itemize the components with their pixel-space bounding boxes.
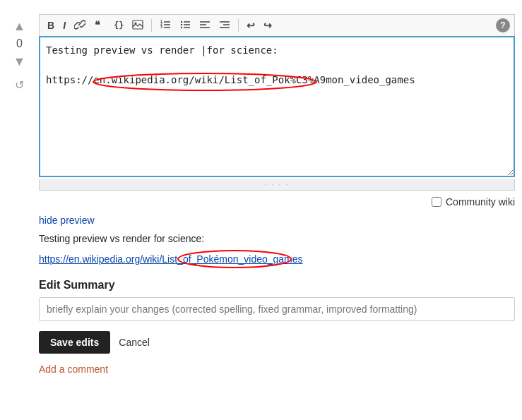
align-left-icon — [199, 20, 210, 30]
italic-button[interactable]: I — [59, 18, 69, 32]
save-edits-button[interactable]: Save edits — [39, 331, 110, 354]
vote-count: 0 — [16, 37, 23, 50]
quote-icon: ❝ — [94, 20, 105, 30]
align-right-button[interactable] — [215, 18, 234, 33]
preview-url-wrapper: https://en.wikipedia.org/wiki/List_of_Po… — [39, 251, 303, 265]
editor-toolbar: B I ❝ {} — [39, 14, 515, 36]
help-button[interactable]: ? — [496, 18, 510, 32]
link-icon — [74, 20, 85, 30]
resize-handle[interactable]: · · · · — [39, 179, 515, 191]
history-icon[interactable]: ↺ — [15, 78, 24, 92]
svg-point-14 — [181, 24, 182, 25]
editor-textarea[interactable]: Testing preview vs render |for science: … — [39, 36, 515, 177]
upvote-button[interactable]: ▲ — [10, 18, 30, 35]
actions-row: Save edits Cancel — [39, 331, 515, 354]
add-comment-link[interactable]: Add a comment — [39, 364, 515, 375]
unordered-list-button[interactable] — [176, 18, 194, 33]
link-button[interactable] — [71, 18, 89, 33]
downvote-button[interactable]: ▼ — [10, 53, 30, 70]
main-container: ▲ 0 ▼ ↺ B I ❝ — [0, 7, 522, 382]
preview-text: Testing preview vs render for science: — [39, 232, 515, 246]
align-right-icon — [219, 20, 230, 30]
edit-summary-title: Edit Summary — [39, 279, 515, 292]
editor-wrapper: Testing preview vs render |for science: … — [39, 36, 515, 179]
hide-preview-link[interactable]: hide preview — [39, 215, 515, 226]
preview-link[interactable]: https://en.wikipedia.org/wiki/List_of_Po… — [39, 253, 303, 265]
svg-text:❝: ❝ — [95, 20, 100, 30]
editor-section: B I ❝ {} — [39, 14, 522, 375]
svg-point-13 — [181, 21, 182, 23]
undo-button[interactable]: ↩ — [243, 18, 259, 32]
bold-button[interactable]: B — [44, 18, 58, 32]
edit-summary-input[interactable] — [39, 297, 515, 321]
vote-column: ▲ 0 ▼ ↺ — [0, 14, 39, 375]
community-wiki-checkbox[interactable] — [432, 197, 441, 207]
ol-icon: 1. 2. 3. — [160, 20, 171, 30]
code-button[interactable]: {} — [110, 19, 127, 32]
edit-summary-section: Edit Summary — [39, 279, 515, 321]
ul-icon — [179, 20, 191, 30]
community-wiki-row: Community wiki — [39, 196, 515, 208]
svg-rect-2 — [133, 20, 143, 29]
image-icon — [132, 20, 143, 30]
svg-point-15 — [181, 27, 182, 28]
separator-2 — [238, 19, 239, 32]
quote-button[interactable]: ❝ — [90, 18, 109, 33]
cancel-button[interactable]: Cancel — [119, 337, 150, 348]
image-button[interactable] — [129, 18, 147, 33]
svg-text:3.: 3. — [160, 25, 164, 29]
align-left-button[interactable] — [196, 18, 214, 33]
redo-button[interactable]: ↪ — [260, 18, 275, 32]
community-wiki-label[interactable]: Community wiki — [446, 196, 515, 208]
ordered-list-button[interactable]: 1. 2. 3. — [156, 18, 174, 33]
separator-1 — [151, 19, 152, 32]
